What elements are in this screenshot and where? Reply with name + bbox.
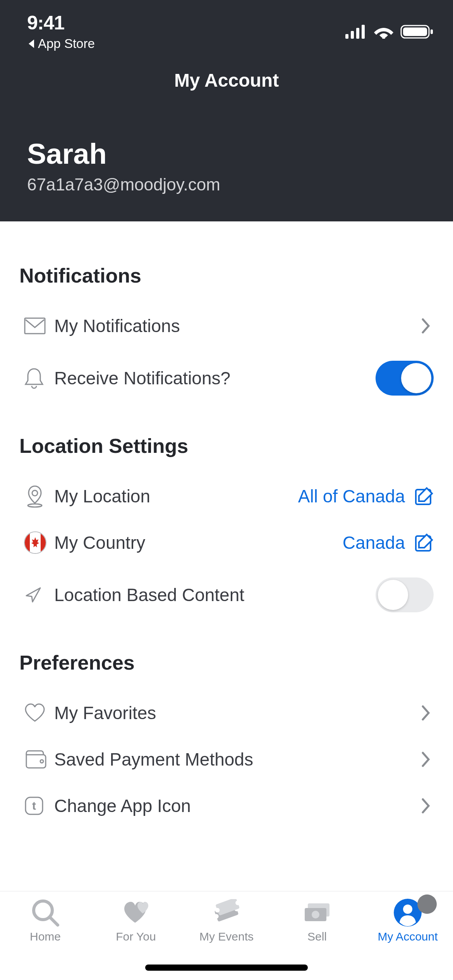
- app-icon-icon: t: [24, 796, 44, 816]
- user-name: Sarah: [27, 137, 426, 170]
- tickets-icon: [211, 899, 242, 926]
- row-receive-notifications: Receive Notifications?: [19, 349, 434, 407]
- home-indicator[interactable]: [145, 965, 308, 971]
- header: 9:41 App Store My: [0, 0, 453, 221]
- section-title-location: Location Settings: [19, 434, 434, 457]
- svg-rect-1: [351, 31, 354, 39]
- row-label: My Country: [54, 532, 343, 553]
- svg-point-10: [28, 504, 42, 507]
- svg-rect-12: [25, 532, 30, 553]
- chevron-right-icon: [422, 798, 430, 814]
- user-email: 67a1a7a3@moodjoy.com: [27, 175, 426, 194]
- row-value: All of Canada: [298, 486, 405, 507]
- toggle-knob: [401, 363, 431, 393]
- location-pin-icon: [24, 485, 46, 508]
- tab-label: My Events: [199, 930, 254, 943]
- status-time: 9:41: [27, 12, 95, 34]
- svg-rect-2: [356, 28, 359, 39]
- content: Notifications My Notifications Receive N…: [0, 221, 453, 829]
- svg-point-16: [40, 760, 43, 763]
- row-label: Saved Payment Methods: [54, 749, 418, 770]
- envelope-icon: [24, 317, 46, 334]
- svg-rect-7: [431, 29, 433, 34]
- chevron-right-icon: [422, 318, 430, 334]
- row-location-based-content: Location Based Content: [19, 566, 434, 624]
- user-block: Sarah 67a1a7a3@moodjoy.com: [0, 137, 453, 194]
- tab-label: Home: [30, 930, 61, 943]
- svg-rect-8: [25, 318, 45, 334]
- tab-my-account[interactable]: My Account: [362, 899, 453, 943]
- navigation-arrow-icon: [24, 586, 43, 604]
- toggle-location-based[interactable]: [376, 577, 434, 612]
- row-my-country[interactable]: My Country Canada: [19, 519, 434, 566]
- search-icon: [31, 898, 60, 927]
- chevron-right-icon: [422, 705, 430, 721]
- back-to-app-store[interactable]: App Store: [27, 36, 95, 51]
- tab-home[interactable]: Home: [0, 899, 91, 943]
- svg-point-29: [312, 911, 319, 918]
- row-label: Receive Notifications?: [54, 368, 376, 389]
- edit-icon[interactable]: [414, 533, 434, 552]
- toggle-knob: [378, 580, 408, 610]
- row-payment-methods[interactable]: Saved Payment Methods: [19, 736, 434, 783]
- heart-icon: [24, 703, 46, 723]
- tab-my-events[interactable]: My Events: [181, 899, 272, 943]
- chevron-left-icon: [27, 39, 36, 49]
- section-title-preferences: Preferences: [19, 651, 434, 674]
- row-my-notifications[interactable]: My Notifications: [19, 303, 434, 349]
- page-title: My Account: [0, 70, 453, 91]
- row-label: My Notifications: [54, 315, 418, 336]
- toggle-receive-notifications[interactable]: [376, 361, 434, 396]
- cellular-icon: [345, 25, 367, 39]
- tab-sell[interactable]: Sell: [272, 899, 362, 943]
- tab-label: For You: [116, 930, 156, 943]
- tab-label: My Account: [378, 930, 438, 943]
- back-label: App Store: [38, 36, 95, 51]
- section-title-notifications: Notifications: [19, 264, 434, 287]
- row-change-app-icon[interactable]: t Change App Icon: [19, 783, 434, 829]
- row-value: Canada: [343, 532, 405, 553]
- row-favorites[interactable]: My Favorites: [19, 690, 434, 736]
- row-my-location[interactable]: My Location All of Canada: [19, 473, 434, 519]
- svg-rect-6: [403, 27, 427, 36]
- edit-icon[interactable]: [414, 487, 434, 506]
- battery-icon: [400, 24, 434, 39]
- svg-line-20: [50, 917, 58, 925]
- row-label: Change App Icon: [54, 795, 418, 816]
- row-label: My Location: [54, 486, 298, 507]
- svg-text:t: t: [32, 799, 36, 812]
- wifi-icon: [374, 25, 393, 39]
- wallet-icon: [24, 750, 47, 769]
- tab-label: Sell: [307, 930, 327, 943]
- svg-rect-0: [345, 34, 348, 39]
- bell-icon: [24, 367, 44, 389]
- cash-icon: [302, 901, 332, 924]
- row-label: Location Based Content: [54, 584, 376, 605]
- flag-canada-icon: [24, 531, 46, 554]
- status-bar: 9:41 App Store: [0, 12, 453, 50]
- svg-point-31: [403, 905, 412, 914]
- status-left: 9:41 App Store: [27, 12, 95, 51]
- svg-point-9: [32, 490, 38, 496]
- notification-dot: [417, 894, 437, 914]
- row-label: My Favorites: [54, 702, 418, 723]
- chevron-right-icon: [422, 752, 430, 767]
- heart-pair-icon: [120, 899, 151, 926]
- tab-for-you[interactable]: For You: [91, 899, 181, 943]
- status-right: [345, 12, 434, 39]
- svg-rect-3: [362, 25, 365, 39]
- svg-rect-14: [41, 532, 46, 553]
